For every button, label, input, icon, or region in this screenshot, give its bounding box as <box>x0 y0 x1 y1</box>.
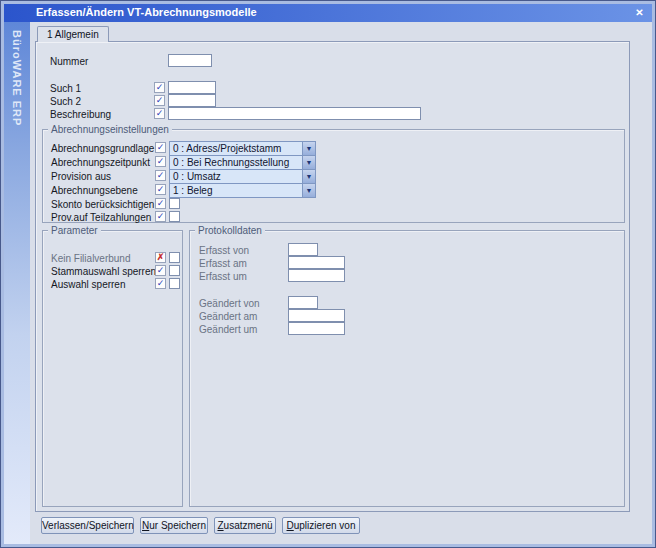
abrechnungsebene-value: 1 : Beleg <box>170 184 301 197</box>
duplizieren-von-button[interactable]: Duplizieren von <box>282 517 360 534</box>
check-flag-icon[interactable]: ✓ <box>155 156 166 167</box>
such2-label: Such 2 <box>50 96 81 107</box>
group-legend: Protokolldaten <box>195 225 265 236</box>
group-protokolldaten: Protokolldaten Erfasst von Erfasst am Er… <box>189 230 625 507</box>
group-parameter: Parameter Kein Filialverbund ✗ Stammausw… <box>42 230 183 507</box>
abrechnungsgrundlage-select[interactable]: 0 : Adress/Projektstamm ▼ <box>169 141 316 156</box>
auswahl-sperren-label: Auswahl sperren <box>51 279 125 290</box>
erfasst-von-label: Erfasst von <box>199 245 249 256</box>
beschreibung-input[interactable] <box>168 107 421 120</box>
abrechnungszeitpunkt-select[interactable]: 0 : Bei Rechnungsstellung ▼ <box>169 155 316 170</box>
check-flag-icon[interactable]: ✓ <box>155 211 166 222</box>
chevron-down-icon[interactable]: ▼ <box>302 156 315 169</box>
erfasst-am-input[interactable] <box>288 256 345 269</box>
erfasst-von-input[interactable] <box>288 243 318 256</box>
check-flag-icon[interactable]: ✓ <box>155 170 166 181</box>
such1-input[interactable] <box>168 81 216 94</box>
chevron-down-icon[interactable]: ▼ <box>302 184 315 197</box>
group-legend: Abrechnungseinstellungen <box>48 124 172 135</box>
main-panel: Nummer Such 1 ✓ Such 2 ✓ Beschreibung ✓ … <box>35 41 630 512</box>
check-flag-icon[interactable]: ✓ <box>154 108 165 119</box>
abrechnungsebene-label: Abrechnungsebene <box>51 185 138 196</box>
check-flag-icon[interactable]: ✓ <box>155 184 166 195</box>
brand-logo-text: BüroWARE ERP <box>11 22 23 126</box>
abrechnungsgrundlage-label: Abrechnungsgrundlage <box>51 143 154 154</box>
check-flag-icon[interactable]: ✓ <box>155 198 166 209</box>
nummer-input[interactable] <box>168 54 212 67</box>
such2-input[interactable] <box>168 94 216 107</box>
check-flag-icon[interactable]: ✓ <box>154 82 165 93</box>
beschreibung-label: Beschreibung <box>50 109 111 120</box>
erfasst-um-label: Erfasst um <box>199 271 247 282</box>
geaendert-am-input[interactable] <box>288 309 345 322</box>
geaendert-um-input[interactable] <box>288 322 345 335</box>
abrechnungszeitpunkt-label: Abrechnungszeitpunkt <box>51 157 150 168</box>
brand-strip: BüroWARE ERP <box>4 22 30 544</box>
title-bar: Erfassen/Ändern VT-Abrechnungsmodelle ✕ <box>4 4 652 22</box>
erfasst-um-input[interactable] <box>288 269 345 282</box>
provision-aus-value: 0 : Umsatz <box>170 170 301 183</box>
abrechnungszeitpunkt-value: 0 : Bei Rechnungsstellung <box>170 156 301 169</box>
geaendert-von-label: Geändert von <box>199 298 260 309</box>
provision-aus-select[interactable]: 0 : Umsatz ▼ <box>169 169 316 184</box>
group-abrechnungseinstellungen: Abrechnungseinstellungen Abrechnungsgrun… <box>42 129 625 223</box>
verlassen-speichern-button[interactable]: Verlassen/Speichern <box>41 517 134 534</box>
kein-filialverbund-checkbox[interactable] <box>169 252 180 263</box>
check-flag-icon[interactable]: ✓ <box>155 278 166 289</box>
erfasst-am-label: Erfasst am <box>199 258 247 269</box>
group-legend: Parameter <box>48 225 101 236</box>
nummer-label: Nummer <box>50 56 88 67</box>
skonto-checkbox[interactable] <box>169 198 180 209</box>
window-title: Erfassen/Ändern VT-Abrechnungsmodelle <box>36 6 257 18</box>
dialog-content: 1 Allgemein Nummer Such 1 ✓ Such 2 ✓ Bes… <box>30 22 652 544</box>
tab-allgemein[interactable]: 1 Allgemein <box>37 26 109 42</box>
geaendert-von-input[interactable] <box>288 296 318 309</box>
geaendert-am-label: Geändert am <box>199 311 257 322</box>
stammauswahl-sperren-checkbox[interactable] <box>169 265 180 276</box>
abrechnungsebene-select[interactable]: 1 : Beleg ▼ <box>169 183 316 198</box>
teilzahlungen-checkbox[interactable] <box>169 211 180 222</box>
abrechnungsgrundlage-value: 0 : Adress/Projektstamm <box>170 142 301 155</box>
stammauswahl-sperren-label: Stammauswahl sperren <box>51 266 156 277</box>
dialog-window: Erfassen/Ändern VT-Abrechnungsmodelle ✕ … <box>0 0 656 548</box>
chevron-down-icon[interactable]: ▼ <box>302 142 315 155</box>
provision-aus-label: Provision aus <box>51 171 111 182</box>
geaendert-um-label: Geändert um <box>199 324 257 335</box>
skonto-label: Skonto berücksichtigen <box>51 199 154 210</box>
such1-label: Such 1 <box>50 83 81 94</box>
chevron-down-icon[interactable]: ▼ <box>302 170 315 183</box>
close-icon[interactable]: ✕ <box>632 6 647 20</box>
nur-speichern-button[interactable]: Nur Speichern <box>140 517 208 534</box>
check-flag-icon[interactable]: ✓ <box>154 95 165 106</box>
check-flag-icon[interactable]: ✓ <box>155 142 166 153</box>
kein-filialverbund-label: Kein Filialverbund <box>51 253 131 264</box>
teilzahlungen-label: Prov.auf Teilzahlungen <box>51 212 151 223</box>
check-flag-icon[interactable]: ✓ <box>155 265 166 276</box>
zusatzmenu-button[interactable]: Zusatzmenü <box>214 517 276 534</box>
cross-flag-icon[interactable]: ✗ <box>155 252 166 263</box>
auswahl-sperren-checkbox[interactable] <box>169 278 180 289</box>
